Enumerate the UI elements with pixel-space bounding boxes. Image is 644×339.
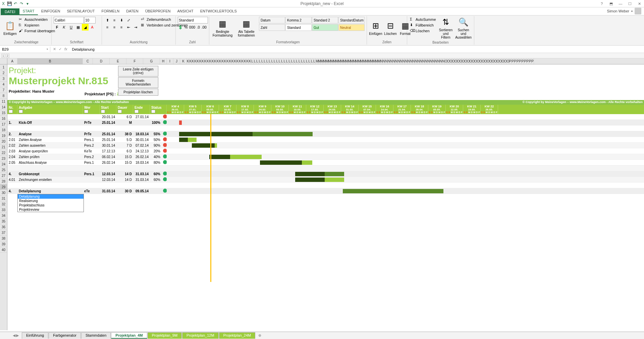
task-row[interactable]: 4.GrobkonzeptPers.112.03.1414 D31.03.146…	[7, 171, 644, 177]
side-button-2[interactable]: Projektplan löschen	[118, 89, 158, 96]
row-header[interactable]: 38	[0, 236, 7, 241]
row-header[interactable]: 20	[0, 139, 7, 144]
ribbon-tab-start[interactable]: START	[19, 8, 38, 15]
task-row[interactable]	[7, 126, 644, 131]
task-row[interactable]	[7, 165, 644, 171]
ribbon-collapse-icon[interactable]: ⬒	[607, 1, 615, 7]
qat-more-icon[interactable]: ▾	[25, 1, 30, 6]
task-row[interactable]: 2.04Zahlen prüfenPers.206.02.1415 D26.02…	[7, 154, 644, 160]
decimal-inc-button[interactable]: .0	[196, 24, 201, 31]
bold-button[interactable]: F	[54, 24, 60, 31]
row-header[interactable]: 35	[0, 219, 7, 224]
cut-button[interactable]: ✂Ausschneiden	[18, 17, 56, 22]
row-header[interactable]: 37	[0, 230, 7, 236]
dropdown-item[interactable]: Detailplanung	[18, 194, 84, 199]
clear-button[interactable]: ⌫Löschen	[409, 28, 437, 34]
row-header[interactable]: 18	[0, 127, 7, 133]
select-all-corner[interactable]	[0, 58, 7, 64]
row-header[interactable]: 3	[0, 76, 7, 82]
ribbon-tab-seitenlayout[interactable]: SEITENLAYOUT	[63, 8, 98, 15]
row-header[interactable]: 8	[0, 93, 7, 99]
row-header[interactable]: 21	[0, 144, 7, 150]
th-dur[interactable]: Dauer▾	[116, 105, 133, 114]
th-nr[interactable]: Nr.▾	[7, 105, 17, 114]
task-row[interactable]: 2.05Abschluss AnalysePers.126.02.1415 D1…	[7, 160, 644, 165]
paste-button[interactable]: 📋Einfügen	[3, 17, 17, 40]
find-select-button[interactable]: 🔍Suchen und Auswählen	[455, 17, 472, 40]
user-menu[interactable]: Simon Weber ▾	[604, 7, 644, 15]
undo-icon[interactable]: ↶	[13, 1, 18, 6]
percent-button[interactable]: %	[183, 24, 189, 31]
dropdown-item[interactable]: Realisierung	[18, 199, 84, 203]
delete-cells-button[interactable]: ⊟Löschen	[384, 17, 397, 40]
enter-formula-icon[interactable]: ✓	[59, 47, 62, 51]
dropdown-item[interactable]: Projektreview	[18, 207, 84, 212]
col-header[interactable]: G	[143, 58, 160, 64]
format-table-button[interactable]: ▦Als Tabelle formatieren	[235, 17, 258, 40]
task-row[interactable]: 2.01Zahlen AnalysePers.125.01.145 D30.01…	[7, 137, 644, 143]
ribbon-tab-entwicklertools[interactable]: ENTWICKLERTOOLS	[197, 8, 240, 15]
align-left-button[interactable]: ≡	[104, 24, 111, 31]
sort-filter-button[interactable]: ⇅Sortieren und Filtern	[438, 17, 454, 40]
ribbon-tab-einfügen[interactable]: EINFÜGEN	[38, 8, 64, 15]
row-header[interactable]: 16	[0, 116, 7, 122]
row-header[interactable]: 36	[0, 224, 7, 230]
th-who[interactable]: Wer▾	[83, 105, 100, 114]
maximize-icon[interactable]: ☐	[626, 1, 634, 7]
task-row[interactable]: 2.03Analyse querprüfenKeTe17.12.136 D24.…	[7, 148, 644, 154]
th-end[interactable]: Ende▾	[133, 105, 150, 114]
cell-style-standard-2[interactable]: Standard 2	[312, 17, 338, 23]
th-start[interactable]: Start▾	[100, 105, 116, 114]
font-size-select[interactable]	[84, 17, 96, 23]
th-task[interactable]: Aufgabe▾	[17, 105, 83, 114]
row-header[interactable]: 31	[0, 196, 7, 201]
save-icon[interactable]: 💾	[7, 1, 12, 6]
cell-style-zahl[interactable]: Zahl	[259, 24, 285, 31]
number-format-select[interactable]	[178, 17, 208, 23]
side-button-1[interactable]: Formeln Wiederherstellen	[118, 77, 158, 88]
col-header[interactable]: B	[17, 58, 83, 64]
row-header[interactable]: 14	[0, 104, 7, 110]
row-header[interactable]: 34	[0, 213, 7, 219]
orientation-button[interactable]: ⤢	[125, 17, 132, 23]
col-header[interactable]: F	[126, 58, 143, 64]
col-header[interactable]: E	[110, 58, 126, 64]
fill-button[interactable]: ⬇Füllbereich	[409, 22, 437, 28]
format-painter-button[interactable]: 🖌Format übertragen	[18, 28, 56, 34]
file-tab[interactable]: DATEI	[1, 8, 19, 15]
col-header[interactable]: C	[83, 58, 93, 64]
indent-inc-button[interactable]: ⇥	[132, 24, 139, 31]
side-button-0[interactable]: Leere Zeile einfügen (ctrl+e)	[118, 66, 158, 77]
cell-style-standard[interactable]: Standard	[285, 24, 312, 31]
align-right-button[interactable]: ≡	[118, 24, 125, 31]
row-header[interactable]: 22	[0, 150, 7, 156]
font-color-button[interactable]: A	[89, 24, 96, 31]
row-header[interactable]: 25	[0, 167, 7, 173]
row-header[interactable]: 19	[0, 133, 7, 139]
decimal-dec-button[interactable]: .00	[201, 24, 207, 31]
ribbon-tab-überprüfen[interactable]: ÜBERPRÜFEN	[142, 8, 174, 15]
row-header[interactable]: 28	[0, 179, 7, 184]
autosum-button[interactable]: ΣAutoSumme	[409, 17, 437, 22]
outline-2[interactable]: 2	[6, 54, 9, 58]
minimize-icon[interactable]: —	[616, 1, 625, 7]
cell-style-neutral[interactable]: Neutral	[338, 24, 365, 31]
row-header[interactable]: 17	[0, 122, 7, 127]
row-header[interactable]: 32	[0, 201, 7, 207]
fill-color-button[interactable]: ◢	[82, 24, 89, 31]
close-icon[interactable]: ✕	[635, 1, 643, 7]
font-family-select[interactable]	[54, 17, 84, 23]
task-row[interactable]: 1.Kick-OffPrTe25.01.14M100%	[7, 120, 644, 126]
cell-style-gut[interactable]: Gut	[312, 24, 338, 31]
comma-button[interactable]: 000	[189, 24, 196, 31]
copy-button[interactable]: ⎘Kopieren	[18, 22, 56, 28]
col-header[interactable]: I	[167, 58, 173, 64]
row-header[interactable]: 4	[0, 82, 7, 87]
redo-icon[interactable]: ↷	[19, 1, 24, 6]
ribbon-tab-ansicht[interactable]: ANSICHT	[174, 8, 197, 15]
col-header[interactable]: D	[93, 58, 110, 64]
fx-icon[interactable]: fx	[64, 47, 67, 51]
task-row[interactable]	[7, 183, 644, 188]
row-header[interactable]: 33	[0, 207, 7, 213]
row-header[interactable]: 29	[0, 184, 7, 190]
